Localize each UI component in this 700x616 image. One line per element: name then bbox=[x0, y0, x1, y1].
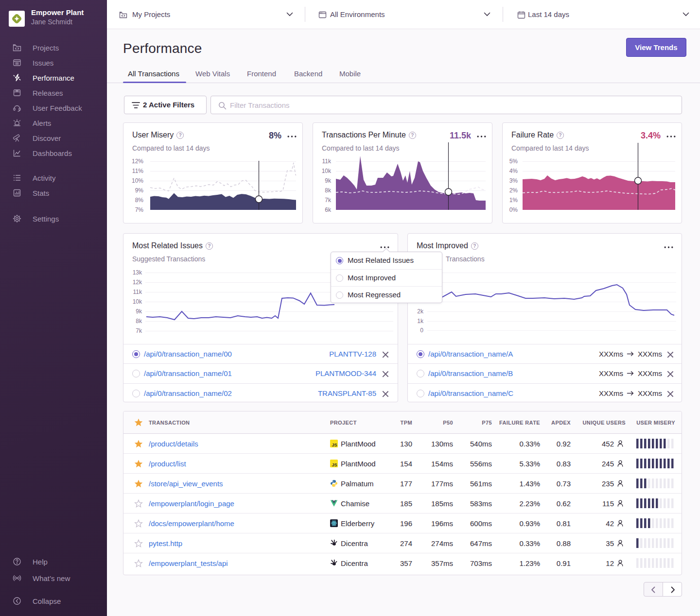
svg-text:1k: 1k bbox=[417, 318, 424, 325]
svg-text:1%: 1% bbox=[509, 197, 518, 204]
svg-text:12%: 12% bbox=[132, 158, 143, 165]
svg-text:4%: 4% bbox=[509, 168, 518, 174]
svg-text:3%: 3% bbox=[509, 177, 518, 184]
svg-text:9k: 9k bbox=[325, 177, 332, 184]
svg-text:8k: 8k bbox=[325, 187, 332, 194]
svg-text:12k: 12k bbox=[133, 279, 142, 286]
svg-text:2k: 2k bbox=[417, 308, 424, 315]
svg-text:11%: 11% bbox=[132, 168, 143, 174]
svg-text:JS: JS bbox=[332, 443, 337, 447]
svg-text:10k: 10k bbox=[133, 298, 142, 305]
svg-text:9%: 9% bbox=[135, 187, 144, 194]
svg-text:8k: 8k bbox=[136, 318, 142, 325]
svg-text:0: 0 bbox=[420, 327, 423, 334]
svg-text:6k: 6k bbox=[325, 206, 332, 213]
svg-text:9k: 9k bbox=[136, 308, 142, 315]
svg-text:11k: 11k bbox=[133, 289, 142, 295]
svg-text:0%: 0% bbox=[509, 206, 518, 213]
svg-text:11k: 11k bbox=[322, 158, 332, 165]
svg-text:10k: 10k bbox=[322, 168, 332, 174]
svg-text:5%: 5% bbox=[509, 158, 518, 165]
svg-text:7%: 7% bbox=[135, 206, 144, 213]
svg-text:2%: 2% bbox=[509, 187, 518, 194]
svg-text:8%: 8% bbox=[135, 197, 144, 204]
svg-text:13k: 13k bbox=[133, 269, 142, 276]
svg-text:7k: 7k bbox=[325, 197, 332, 204]
svg-text:10%: 10% bbox=[132, 177, 143, 184]
svg-text:7k: 7k bbox=[136, 327, 142, 334]
svg-text:JS: JS bbox=[332, 462, 337, 467]
